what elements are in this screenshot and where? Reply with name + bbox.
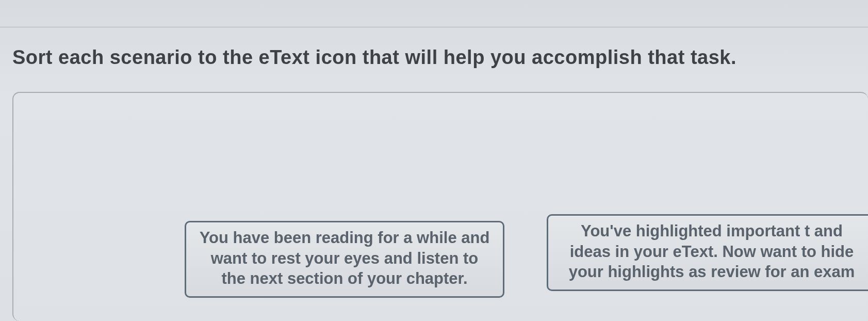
scenario-card-text: You have been reading for a while and wa… — [200, 229, 490, 287]
top-divider — [0, 27, 868, 27]
scenario-card-text: You've highlighted important t and ideas… — [569, 222, 855, 281]
instruction-text: Sort each scenario to the eText icon tha… — [12, 46, 736, 69]
scenario-card-highlights[interactable]: You've highlighted important t and ideas… — [547, 214, 868, 291]
scenario-card-audio[interactable]: You have been reading for a while and wa… — [185, 221, 504, 298]
